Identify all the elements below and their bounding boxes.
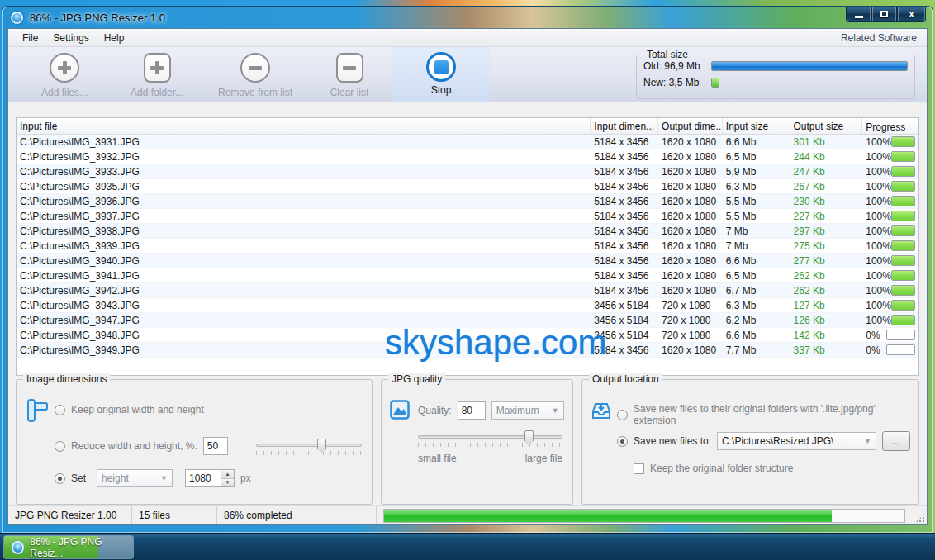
row-progress: 100% xyxy=(862,225,918,237)
dimensions-icon xyxy=(25,398,50,425)
radio-icon xyxy=(617,410,628,420)
row-progress: 100% xyxy=(862,211,918,222)
quality-input[interactable] xyxy=(458,401,486,420)
taskbar-app-button[interactable]: 86% - JPG PNG Resiz... xyxy=(3,535,134,559)
menu-settings[interactable]: Settings xyxy=(45,31,96,45)
table-row[interactable]: C:\Pictures\IMG_3938.JPG 5184 x 3456 162… xyxy=(17,224,918,239)
reduce-percent-input[interactable] xyxy=(203,437,228,455)
row-progressbar xyxy=(891,300,915,311)
spin-up-icon: ▲ xyxy=(221,470,234,479)
row-progressbar xyxy=(886,344,915,355)
total-size-legend: Total size xyxy=(643,49,691,60)
menu-help[interactable]: Help xyxy=(97,31,132,45)
table-row[interactable]: C:\Pictures\IMG_3937.JPG 5184 x 3456 162… xyxy=(17,209,918,224)
keep-structure-checkbox[interactable]: Keep the original folder structure xyxy=(634,463,793,474)
table-row[interactable]: C:\Pictures\IMG_3933.JPG 5184 x 3456 162… xyxy=(17,164,918,179)
checkbox-icon xyxy=(634,463,644,474)
col-input-size[interactable]: Input size xyxy=(723,118,790,134)
file-table-header: Input file Input dimen... Output dime...… xyxy=(17,118,918,135)
set-value-input[interactable] xyxy=(185,469,221,487)
spin-down-icon: ▼ xyxy=(221,479,234,487)
reduce-percent-radio[interactable]: Reduce width and height, %: xyxy=(55,437,228,455)
statusbar: JPG PNG Resizer 1.00 15 files 86% comple… xyxy=(8,505,927,524)
add-folder-button[interactable]: Add folder... xyxy=(111,47,203,102)
table-row[interactable]: C:\Pictures\IMG_3948.JPG 3456 x 5184 720… xyxy=(17,328,918,343)
reduce-percent-slider[interactable] xyxy=(256,444,362,455)
new-size-progressbar xyxy=(711,78,908,88)
save-to-path-combo[interactable]: C:\Pictures\Resized JPG\ ▼ xyxy=(717,432,876,450)
row-progressbar xyxy=(891,151,915,162)
window-controls: x xyxy=(846,7,926,22)
jpg-quality-group: JPG quality Quality: Maximum ▼ xyxy=(381,379,573,505)
taskbar-button-label: 86% - JPG PNG Resiz... xyxy=(30,536,133,559)
row-progress: 100% xyxy=(862,255,918,267)
clear-list-button[interactable]: Clear list xyxy=(307,47,392,102)
maximize-button[interactable] xyxy=(871,7,897,22)
table-row[interactable]: C:\Pictures\IMG_3935.JPG 5184 x 3456 162… xyxy=(17,179,918,194)
table-row[interactable]: C:\Pictures\IMG_3932.JPG 5184 x 3456 162… xyxy=(17,149,918,164)
stop-button[interactable]: Stop xyxy=(392,47,490,102)
add-files-icon xyxy=(49,52,80,83)
quality-slider[interactable] xyxy=(418,435,562,447)
quality-label: Quality: xyxy=(418,405,452,416)
resize-grip[interactable] xyxy=(915,513,925,523)
related-software-link[interactable]: Related Software xyxy=(841,32,920,44)
row-progressbar xyxy=(891,240,915,251)
total-size-group: Total size Old: 96,9 Mb New: 3,5 Mb xyxy=(636,55,915,99)
save-to-radio[interactable]: Save new files to: C:\Pictures\Resized J… xyxy=(617,431,910,451)
chevron-down-icon: ▼ xyxy=(155,474,168,482)
table-row[interactable]: C:\Pictures\IMG_3942.JPG 5184 x 3456 162… xyxy=(17,283,918,298)
radio-icon xyxy=(55,441,65,452)
set-value-stepper[interactable]: ▲▼ xyxy=(221,469,235,487)
col-input-file[interactable]: Input file xyxy=(17,118,591,134)
row-progress: 100% xyxy=(862,166,918,178)
row-progressbar xyxy=(891,196,915,206)
window-title: 86% - JPG PNG Resizer 1.0 xyxy=(30,12,165,24)
add-files-button[interactable]: Add files... xyxy=(18,47,111,102)
output-location-legend: Output location xyxy=(589,373,662,385)
save-original-folders-radio[interactable]: Save new files to their original folders… xyxy=(617,403,918,426)
remove-from-list-button[interactable]: Remove from list xyxy=(203,47,307,102)
keep-original-radio[interactable]: Keep original width and height xyxy=(55,404,204,415)
table-row[interactable]: C:\Pictures\IMG_3936.JPG 5184 x 3456 162… xyxy=(17,194,918,209)
col-output-dimensions[interactable]: Output dime... xyxy=(658,118,723,134)
maximize-icon xyxy=(880,11,888,17)
col-progress[interactable]: Progress xyxy=(862,118,918,134)
row-progressbar xyxy=(891,136,915,147)
add-folder-icon xyxy=(141,52,173,83)
browse-button[interactable]: ... xyxy=(882,431,910,451)
image-dimensions-legend: Image dimensions xyxy=(23,373,110,385)
titlebar[interactable]: 86% - JPG PNG Resizer 1.0 x xyxy=(2,7,933,28)
table-row[interactable]: C:\Pictures\IMG_3943.JPG 3456 x 5184 720… xyxy=(17,298,918,313)
desktop-background: 86% - JPG PNG Resizer 1.0 x File Setting… xyxy=(0,0,935,560)
table-row[interactable]: C:\Pictures\IMG_3947.JPG 3456 x 5184 720… xyxy=(17,313,918,328)
old-size-progressbar xyxy=(711,61,908,71)
row-progress: 100% xyxy=(862,136,918,148)
table-row[interactable]: C:\Pictures\IMG_3941.JPG 5184 x 3456 162… xyxy=(17,268,918,283)
menu-file[interactable]: File xyxy=(15,31,45,45)
toolbar: Add files... Add folder... Remove from l… xyxy=(8,47,927,102)
window-content: File Settings Help Related Software Add … xyxy=(7,28,928,525)
table-row[interactable]: C:\Pictures\IMG_3939.JPG 5184 x 3456 162… xyxy=(17,239,918,254)
radio-selected-icon xyxy=(55,473,65,484)
statusbar-progressbar xyxy=(383,509,905,523)
radio-selected-icon xyxy=(617,436,628,447)
table-row[interactable]: C:\Pictures\IMG_3940.JPG 5184 x 3456 162… xyxy=(17,254,918,268)
quality-preset-select[interactable]: Maximum ▼ xyxy=(491,401,564,420)
small-file-label: small file xyxy=(418,453,457,464)
table-row[interactable]: C:\Pictures\IMG_3931.JPG 5184 x 3456 162… xyxy=(17,135,918,149)
image-quality-icon xyxy=(390,400,410,422)
row-progressbar xyxy=(891,285,915,296)
col-input-dimensions[interactable]: Input dimen... xyxy=(591,118,658,134)
close-button[interactable]: x xyxy=(897,7,926,22)
minimize-button[interactable] xyxy=(846,7,871,22)
chevron-down-icon: ▼ xyxy=(547,406,559,415)
table-row[interactable]: C:\Pictures\IMG_3949.JPG 5184 x 3456 162… xyxy=(17,343,918,358)
col-output-size[interactable]: Output size xyxy=(790,118,863,134)
dimension-select[interactable]: height ▼ xyxy=(97,469,173,487)
set-dimension-radio[interactable]: Set height ▼ ▲▼ px xyxy=(55,469,251,487)
taskbar: 86% - JPG PNG Resiz... xyxy=(0,533,935,560)
close-icon: x xyxy=(909,8,914,20)
row-progress: 100% xyxy=(862,285,918,297)
row-progressbar xyxy=(891,181,915,192)
